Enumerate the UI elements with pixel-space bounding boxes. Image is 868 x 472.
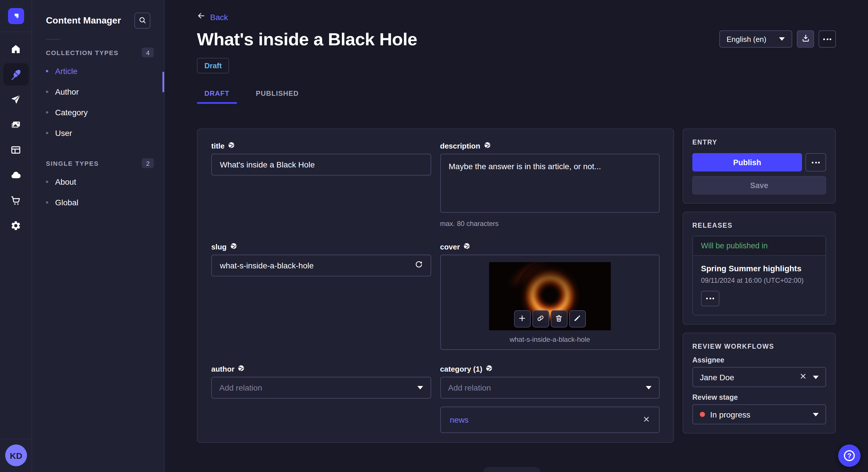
entry-more-button[interactable]: [805, 153, 826, 171]
tab-draft[interactable]: DRAFT: [197, 86, 237, 104]
add-media-button[interactable]: [514, 310, 531, 328]
main-content: Back What's inside a Black Hole English …: [165, 0, 868, 472]
strapi-logo[interactable]: [0, 0, 32, 32]
download-icon: [801, 34, 810, 44]
assignee-select[interactable]: Jane Doe: [692, 367, 826, 387]
pencil-icon: [574, 314, 582, 324]
edit-media-button[interactable]: [569, 310, 586, 328]
sidebar-item-author[interactable]: Author: [32, 81, 164, 102]
sidebar-item-article[interactable]: Article: [32, 61, 164, 81]
home-icon[interactable]: [3, 38, 28, 60]
more-actions-button[interactable]: [818, 30, 836, 47]
page-title: What's inside a Black Hole: [197, 29, 417, 50]
avatar[interactable]: KD: [5, 444, 27, 466]
back-link-label[interactable]: Back: [210, 12, 228, 22]
save-button[interactable]: Save: [692, 176, 826, 194]
releases-panel: RELEASES Will be published in Spring Sum…: [683, 212, 836, 325]
field-author-label: author: [211, 365, 235, 373]
section-label: SINGLE TYPES: [46, 160, 99, 167]
relation-item-news: news: [440, 407, 660, 433]
field-author: author Add relation: [211, 365, 431, 433]
tab-published[interactable]: PUBLISHED: [248, 86, 306, 104]
review-workflows-panel: REVIEW WORKFLOWS Assignee Jane Doe Revie…: [683, 333, 836, 434]
media-library-icon[interactable]: [3, 113, 28, 136]
globe-icon: [486, 365, 493, 373]
entry-panel-title: ENTRY: [692, 139, 826, 146]
category-relation-select[interactable]: Add relation: [440, 377, 660, 399]
close-icon: [643, 415, 650, 424]
arrow-left-icon: [197, 11, 206, 22]
section-count-badge: 2: [142, 158, 154, 168]
field-description: description Maybe the answer is in this …: [440, 142, 660, 228]
field-cover-label: cover: [440, 243, 460, 251]
sidebar-item-user[interactable]: User: [32, 123, 164, 143]
field-category-label: category (1): [440, 365, 482, 373]
status-badge: Draft: [197, 58, 229, 73]
sidebar-item-label: Category: [55, 108, 88, 117]
globe-icon: [230, 243, 237, 251]
sidebar-item-label: User: [55, 129, 72, 138]
remove-relation-button[interactable]: [643, 415, 650, 424]
section-label: COLLECTION TYPES: [46, 49, 119, 56]
field-cover: cover: [440, 243, 660, 350]
trash-icon: [555, 314, 563, 324]
link-icon: [537, 314, 545, 324]
release-card: Will be published in Spring Summer highl…: [692, 236, 826, 315]
section-single-types: SINGLE TYPES 2: [32, 158, 164, 168]
globe-icon: [228, 142, 235, 150]
bullet-icon: [46, 70, 48, 72]
relation-link[interactable]: news: [450, 415, 468, 425]
author-relation-select[interactable]: Add relation: [211, 377, 431, 399]
bullet-icon: [46, 91, 48, 93]
field-title: title: [211, 142, 431, 228]
release-date: 09/11/2024 at 16:00 (UTC+02:00): [701, 276, 817, 284]
regenerate-slug-button[interactable]: [412, 259, 425, 272]
rail-footer: KD: [0, 439, 32, 472]
app-window: KD Content Manager COLLECTION TYPES 4 Ar…: [0, 0, 868, 472]
chevron-down-icon: [813, 413, 818, 416]
delete-media-button[interactable]: [551, 310, 567, 328]
globe-icon: [238, 365, 245, 373]
locale-value: English (en): [726, 35, 766, 43]
releases-icon[interactable]: [3, 88, 28, 111]
cloud-icon[interactable]: [3, 164, 28, 187]
assignee-value: Jane Doe: [700, 372, 800, 382]
marketplace-icon[interactable]: [3, 189, 28, 212]
description-textarea[interactable]: Maybe the answer is in this article, or …: [440, 154, 660, 213]
chevron-down-icon: [779, 37, 785, 41]
sidebar-item-about[interactable]: About: [32, 171, 164, 192]
version-tabs: DRAFT PUBLISHED: [197, 86, 836, 104]
field-title-label: title: [211, 142, 224, 150]
next-section-peek: [483, 467, 541, 472]
sidebar-item-label: Article: [55, 67, 78, 76]
content-manager-icon[interactable]: [3, 63, 28, 86]
strapi-logo-icon: [8, 8, 24, 24]
search-button[interactable]: [134, 12, 150, 29]
assignee-label: Assignee: [692, 356, 826, 364]
category-placeholder: Add relation: [448, 383, 491, 392]
help-icon: ?: [844, 450, 855, 461]
section-collection-types: COLLECTION TYPES 4: [32, 47, 164, 57]
download-button[interactable]: [797, 30, 814, 47]
sidebar-title: Content Manager: [46, 15, 121, 26]
locale-select[interactable]: English (en): [719, 30, 792, 47]
content-manager-sidebar: Content Manager COLLECTION TYPES 4 Artic…: [32, 0, 165, 472]
title-input[interactable]: [211, 154, 431, 175]
sidebar-item-global[interactable]: Global: [32, 192, 164, 213]
cover-filename: what-s-inside-a-black-hole: [441, 336, 659, 343]
review-stage-select[interactable]: In progress: [692, 404, 826, 425]
release-more-button[interactable]: [701, 291, 719, 306]
bullet-icon: [46, 181, 48, 183]
sidebar-item-category[interactable]: Category: [32, 102, 164, 123]
publish-button[interactable]: Publish: [692, 153, 802, 171]
settings-icon[interactable]: [3, 214, 28, 237]
sidebar-divider: [46, 39, 60, 40]
nav-rail: KD: [0, 0, 32, 472]
close-icon: [800, 373, 807, 381]
clear-assignee-button[interactable]: [800, 373, 807, 381]
copy-link-button[interactable]: [532, 310, 549, 328]
content-type-builder-icon[interactable]: [3, 139, 28, 161]
back-button[interactable]: Back: [197, 11, 836, 22]
help-button[interactable]: ?: [838, 444, 861, 467]
slug-input[interactable]: [211, 255, 431, 276]
